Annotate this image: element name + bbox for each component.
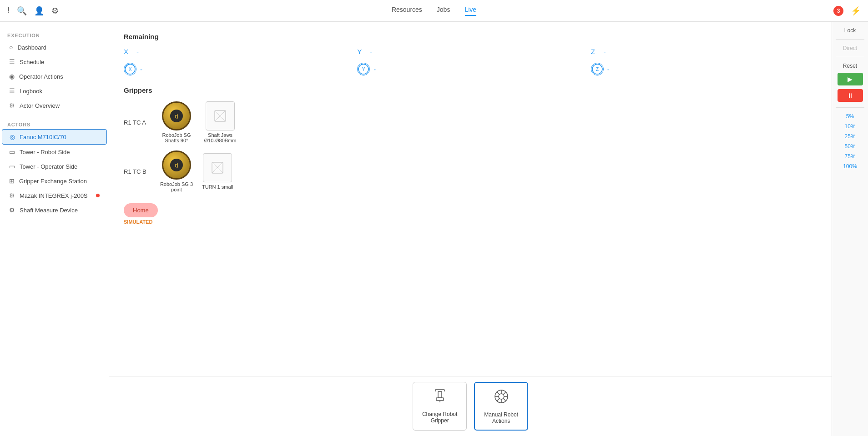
sidebar: EXECUTION ○ Dashboard ☰ Schedule ◉ Opera… — [0, 22, 109, 436]
play-icon: ▶ — [848, 75, 853, 83]
user-icon[interactable]: 👤 — [34, 6, 44, 16]
linear-axes-grid: X - Y - Z - — [124, 48, 817, 55]
home-button-container: Home SIMULATED — [124, 200, 817, 225]
nav-center: Resources Jobs Live — [392, 6, 476, 16]
sidebar-label-shaft: Shaft Measure Device — [20, 207, 78, 214]
main-layout: EXECUTION ○ Dashboard ☰ Schedule ◉ Opera… — [0, 22, 868, 436]
sidebar-label-logbook: Logbook — [20, 88, 42, 95]
manual-robot-button[interactable]: Manual RobotActions — [474, 382, 528, 431]
sidebar-item-schedule[interactable]: ☰ Schedule — [2, 55, 107, 69]
gripper-a-item-2[interactable]: Shaft Jaws Ø10-Ø80Bmm — [202, 101, 238, 143]
play-button[interactable]: ▶ — [838, 73, 863, 85]
sidebar-label-tower-operator: Tower - Operator Side — [20, 163, 77, 170]
tab-jobs[interactable]: Jobs — [437, 6, 450, 16]
gripper-row-a: R1 TC A rj RoboJob SG Shafts 90° — [124, 101, 817, 143]
percent-100[interactable]: 100% — [843, 163, 857, 170]
sidebar-label-actor: Actor Overview — [20, 102, 60, 109]
percent-50[interactable]: 50% — [844, 143, 855, 150]
axis-y-label: Y — [357, 48, 366, 55]
reset-label: Reset — [843, 63, 857, 69]
bolt-icon[interactable]: ⚡ — [851, 6, 861, 16]
rotary-y: Y - — [357, 63, 583, 75]
sidebar-item-shaft-measure[interactable]: ⚙ Shaft Measure Device — [2, 203, 107, 217]
percent-10[interactable]: 10% — [844, 123, 855, 130]
rotary-y-icon: Y — [357, 63, 370, 75]
gripper-a-circle-1: rj — [162, 101, 191, 130]
sidebar-item-tower-operator[interactable]: ▭ Tower - Operator Side — [2, 159, 107, 174]
bottom-panel: Change RobotGripper — [109, 376, 832, 436]
sidebar-item-fanuc[interactable]: ◎ Fanuc M710lC/70 — [2, 129, 107, 145]
svg-line-27 — [497, 398, 500, 401]
sidebar-item-actor-overview[interactable]: ⚙ Actor Overview — [2, 98, 107, 113]
settings-icon[interactable]: ⚙ — [51, 6, 59, 16]
sidebar-label-dashboard: Dashboard — [17, 44, 46, 51]
axis-z-value: - — [604, 48, 606, 55]
sidebar-label-operator: Operator Actions — [19, 73, 63, 80]
tab-resources[interactable]: Resources — [392, 6, 422, 16]
gripper-row-b-label: R1 TC B — [124, 168, 151, 175]
shaft-measure-icon: ⚙ — [9, 206, 15, 214]
axis-y: Y - — [357, 48, 583, 55]
manual-robot-label: Manual RobotActions — [484, 411, 518, 424]
sidebar-item-gripper-station[interactable]: ⊞ Gripper Exchange Station — [2, 174, 107, 188]
percent-75[interactable]: 75% — [844, 153, 855, 160]
nav-left: ! 🔍 👤 ⚙ — [7, 6, 59, 16]
gripper-b-placeholder-2 — [203, 153, 232, 182]
sidebar-section-execution: EXECUTION — [0, 29, 109, 40]
tower-operator-icon: ▭ — [9, 163, 15, 170]
axis-z-label: Z — [591, 48, 600, 55]
rotary-x: X - — [124, 63, 350, 75]
pause-button[interactable]: ⏸ — [838, 89, 863, 102]
gripper-b-item-2[interactable]: TURN 1 small — [202, 153, 233, 190]
sidebar-item-dashboard[interactable]: ○ Dashboard — [2, 40, 107, 55]
mazak-error-dot — [96, 194, 100, 197]
tab-live[interactable]: Live — [464, 6, 476, 16]
axis-x: X - — [124, 48, 350, 55]
gripper-a-name-2: Shaft Jaws Ø10-Ø80Bmm — [202, 132, 238, 143]
fanuc-icon: ◎ — [10, 133, 15, 140]
pause-icon: ⏸ — [847, 92, 853, 99]
sidebar-item-logbook[interactable]: ☰ Logbook — [2, 84, 107, 98]
svg-text:Y: Y — [362, 67, 365, 72]
gripper-a-inner-1: rj — [170, 110, 183, 122]
alert-icon[interactable]: ! — [7, 6, 10, 15]
tower-robot-icon: ▭ — [9, 148, 15, 155]
gripper-a-item-1[interactable]: rj RoboJob SG Shafts 90° — [158, 101, 195, 143]
percent-25[interactable]: 25% — [844, 133, 855, 140]
svg-rect-13 — [436, 398, 444, 401]
direct-label: Direct — [843, 45, 857, 51]
change-gripper-icon — [432, 388, 448, 407]
sidebar-section-actors: ACTORS — [0, 118, 109, 129]
rp-divider-1 — [836, 39, 864, 40]
svg-line-25 — [503, 398, 506, 401]
gripper-b-item-1[interactable]: rj RoboJob SG 3 point — [158, 150, 195, 192]
lock-label: Lock — [844, 27, 856, 34]
axis-y-value: - — [370, 48, 372, 55]
top-nav: ! 🔍 👤 ⚙ Resources Jobs Live 3 ⚡ — [0, 0, 868, 22]
search-icon[interactable]: 🔍 — [17, 6, 27, 16]
sidebar-item-tower-robot[interactable]: ▭ Tower - Robot Side — [2, 145, 107, 159]
axis-z: Z - — [591, 48, 817, 55]
notification-badge[interactable]: 3 — [833, 6, 843, 16]
gripper-a-placeholder-2 — [206, 101, 235, 130]
right-panel: Lock Direct Reset ▶ ⏸ 5% 10% 25% 50% 75%… — [832, 22, 868, 436]
content-area: Remaining X - Y - Z - — [109, 22, 832, 436]
change-gripper-button[interactable]: Change RobotGripper — [413, 382, 467, 431]
sidebar-item-mazak[interactable]: ⚙ Mazak INTEGREX j-200S — [2, 188, 107, 203]
rotary-x-icon: X — [124, 63, 136, 75]
sidebar-item-operator-actions[interactable]: ◉ Operator Actions — [2, 69, 107, 84]
rp-divider-2 — [836, 57, 864, 57]
remaining-title: Remaining — [124, 33, 817, 40]
gripper-b-name-2: TURN 1 small — [202, 184, 233, 190]
home-button[interactable]: Home — [124, 203, 158, 217]
axis-x-label: X — [124, 48, 133, 55]
gripper-station-icon: ⊞ — [9, 177, 15, 185]
sidebar-label-fanuc: Fanuc M710lC/70 — [20, 134, 66, 140]
gripper-row-b: R1 TC B rj RoboJob SG 3 point — [124, 150, 817, 192]
gripper-b-inner-1: rj — [170, 159, 183, 171]
actor-icon: ⚙ — [9, 102, 15, 109]
svg-line-26 — [503, 392, 506, 395]
percent-5[interactable]: 5% — [846, 113, 854, 120]
logbook-icon: ☰ — [9, 87, 15, 95]
dashboard-icon: ○ — [9, 44, 13, 51]
